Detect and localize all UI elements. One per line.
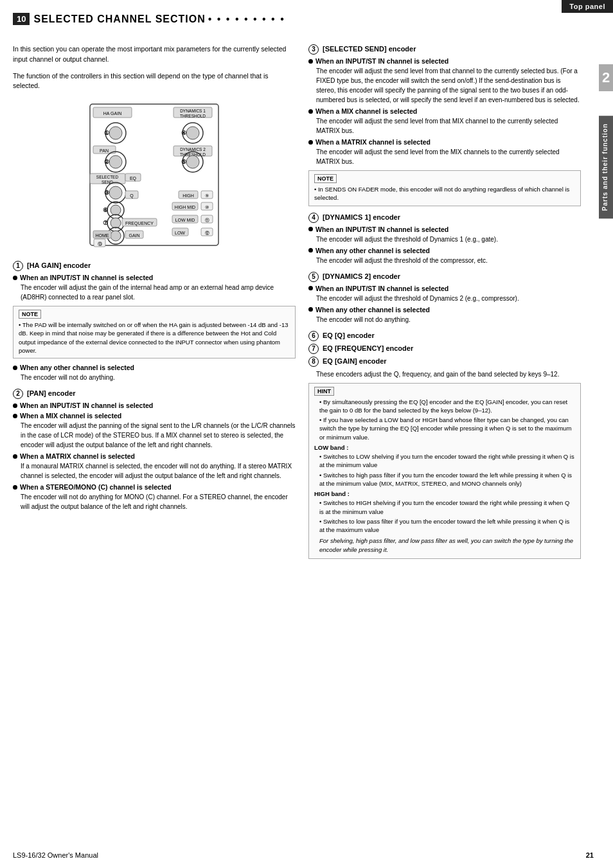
section-number: 10: [13, 13, 30, 25]
top-panel-label: Top panel: [569, 3, 605, 10]
diagram-svg: HA GAIN DYNAMICS 1 THRESHOLD ① ④: [51, 98, 257, 252]
dyn2-other-text: The encoder will not do anything.: [316, 315, 581, 324]
bullet: [13, 276, 17, 280]
svg-text:HIGH: HIGH: [182, 193, 194, 198]
bullet: [308, 286, 313, 290]
svg-point-54: [111, 231, 121, 241]
eq-q-num: 6: [308, 331, 319, 341]
dyn1-input-text: The encoder will adjust the threshold of…: [316, 235, 581, 244]
ss-input-head: When an INPUT/ST IN channel is selected: [308, 57, 581, 65]
selected-send-num: 3: [308, 44, 319, 55]
svg-text:HA GAIN: HA GAIN: [103, 111, 121, 116]
diagram-area: HA GAIN DYNAMICS 1 THRESHOLD ① ④: [13, 98, 296, 252]
ha-gain-section: 1 [HA GAIN] encoder When an INPUT/ST IN …: [13, 261, 296, 382]
svg-text:⑬: ⑬: [98, 242, 102, 246]
ha-gain-input-text: The encoder will adjust the gain of the …: [21, 283, 296, 302]
side-tab: Parts and their function: [599, 116, 613, 218]
ss-mix-text: The encoder will adjust the send level f…: [316, 116, 581, 136]
ha-gain-note-text: • The PAD will be internally switched on…: [19, 321, 290, 355]
bullet: [308, 109, 313, 114]
svg-text:③: ③: [104, 190, 109, 196]
right-column: 3 [SELECTED SEND] encoder When an INPUT/…: [308, 44, 600, 565]
dyn2-other-head: When any other channel is selected: [308, 306, 581, 314]
svg-text:PAN: PAN: [100, 148, 109, 153]
svg-text:SELECTED: SELECTED: [96, 175, 119, 179]
pan-mix-head: When a MIX channel is selected: [13, 412, 296, 420]
dynamics2-section: 5 [DYNAMICS 2] encoder When an INPUT/ST …: [308, 272, 581, 324]
low-band-bullet-1: • Switches to LOW shelving if you turn t…: [319, 452, 575, 470]
bullet: [13, 485, 17, 490]
chapter-number: 2: [599, 64, 613, 91]
left-column: In this section you can operate the most…: [13, 44, 296, 565]
svg-point-32: [111, 205, 121, 215]
svg-text:⑨: ⑨: [205, 193, 209, 198]
dyn1-other-text: The encoder will adjust the threshold of…: [316, 256, 581, 265]
svg-text:⑦: ⑦: [103, 220, 108, 226]
svg-point-10: [186, 127, 199, 139]
dyn1-input-head: When an INPUT/ST IN channel is selected: [308, 226, 581, 233]
page-container: Top panel 2 Parts and their function 10 …: [0, 0, 613, 868]
svg-point-7: [109, 127, 122, 139]
svg-point-27: [109, 186, 122, 199]
intro-text-2: The function of the controllers in this …: [13, 71, 296, 92]
footer-left: LS9-16/32 Owner's Manual: [13, 851, 98, 859]
ha-gain-note: NOTE • The PAD will be internally switch…: [13, 306, 296, 359]
hint-final: For shelving, high pass filter, and low …: [319, 536, 575, 554]
svg-text:④: ④: [181, 130, 186, 136]
svg-text:LOW MID: LOW MID: [175, 218, 195, 222]
content-area: In this section you can operate the most…: [13, 44, 600, 565]
section-dots: • • • • • • • • •: [208, 13, 285, 25]
svg-text:HIGH MID: HIGH MID: [175, 205, 195, 209]
eq-desc: These encoders adjust the Q, frequency, …: [316, 369, 581, 379]
pan-num: 2: [13, 389, 23, 399]
ha-gain-input-head: When an INPUT/ST IN channel is selected: [13, 274, 296, 281]
ss-input-text: The encoder will adjust the send level f…: [316, 66, 581, 105]
low-band-bullet-2: • Switches to high pass filter if you tu…: [319, 471, 575, 488]
top-panel-bar: Top panel: [562, 0, 613, 13]
note-label: NOTE: [19, 310, 41, 319]
svg-text:Q: Q: [130, 193, 134, 199]
selected-send-title: [SELECTED SEND] encoder: [323, 45, 416, 53]
dynamics2-title: [DYNAMICS 2] encoder: [323, 272, 400, 280]
ss-matrix-text: The encoder will adjust the send level f…: [316, 147, 581, 166]
dynamics1-num: 4: [308, 213, 319, 223]
pan-title: [PAN] encoder: [27, 389, 76, 397]
ha-gain-other-head: When any other channel is selected: [13, 364, 296, 371]
dyn2-input-text: The encoder will adjust the threshold of…: [316, 294, 581, 303]
eq-freq-num: 7: [308, 344, 319, 354]
svg-text:⑫: ⑫: [205, 231, 209, 235]
svg-text:LOW: LOW: [175, 231, 185, 235]
selected-send-heading: 3 [SELECTED SEND] encoder: [308, 44, 581, 55]
eq-gain-num: 8: [308, 357, 319, 367]
ss-mix-head: When a MIX channel is selected: [308, 107, 581, 115]
svg-text:GAIN: GAIN: [129, 233, 139, 238]
ss-note: NOTE • In SENDS ON FADER mode, this enco…: [308, 170, 581, 206]
pan-input-head: When an INPUT/ST IN channel is selected: [13, 402, 296, 409]
dynamics1-section: 4 [DYNAMICS 1] encoder When an INPUT/ST …: [308, 213, 581, 265]
svg-text:THRESHOLD: THRESHOLD: [180, 114, 206, 118]
pan-section: 2 [PAN] encoder When an INPUT/ST IN chan…: [13, 389, 296, 511]
svg-point-45: [111, 218, 121, 228]
ha-gain-other-text: The encoder will not do anything.: [21, 373, 296, 382]
svg-text:DYNAMICS 2: DYNAMICS 2: [180, 147, 206, 152]
high-band-bullet-2: • Switches to low pass filter if you tur…: [319, 517, 575, 535]
dynamics2-heading: 5 [DYNAMICS 2] encoder: [308, 272, 581, 282]
ss-note-text: • In SENDS ON FADER mode, this encoder w…: [314, 185, 575, 202]
dynamics1-title: [DYNAMICS 1] encoder: [323, 213, 400, 221]
svg-text:FREQUENCY: FREQUENCY: [125, 221, 154, 226]
bullet: [13, 403, 17, 408]
svg-text:⑥: ⑥: [103, 207, 108, 213]
hint-bullet-2: • If you have selected a LOW band or HIG…: [319, 416, 575, 441]
svg-text:HOME: HOME: [96, 233, 109, 238]
bullet: [308, 307, 313, 312]
dyn1-other-head: When any other channel is selected: [308, 247, 581, 254]
ha-gain-title: [HA GAIN] encoder: [27, 261, 91, 269]
bullet: [13, 366, 17, 370]
low-band-head: LOW band :: [314, 444, 575, 451]
high-band-head: HIGH band :: [314, 490, 575, 497]
hint-bullet-1: • By simultaneously pressing the EQ [Q] …: [319, 398, 575, 415]
bullet: [308, 248, 313, 252]
svg-text:EQ: EQ: [130, 176, 137, 181]
bullet: [13, 454, 17, 459]
eq-section: 6 EQ [Q] encoder 7 EQ [FREQUENCY] encode…: [308, 331, 581, 559]
